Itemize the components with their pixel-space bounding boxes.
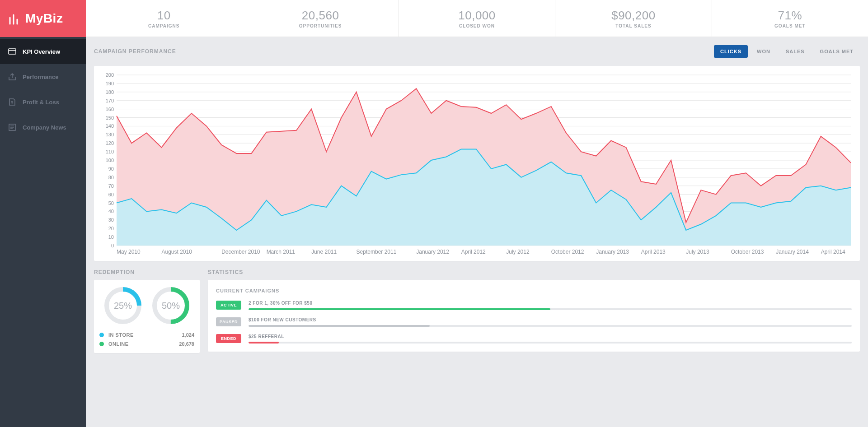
svg-text:60: 60	[108, 192, 114, 197]
sidebar-item-label: Profit & Loss	[23, 99, 59, 106]
brand: MyBiz	[0, 0, 86, 37]
svg-text:20: 20	[108, 226, 114, 231]
sidebar-item-performance[interactable]: Performance	[0, 64, 86, 89]
donut-value: 50%	[151, 286, 190, 325]
campaign-row: ACTIVE2 FOR 1, 30% OFF FOR $50	[216, 301, 852, 310]
progress-track	[249, 308, 852, 310]
tab-goals-met[interactable]: GOALS MET	[814, 45, 860, 58]
svg-text:April 2013: April 2013	[641, 249, 666, 255]
svg-text:140: 140	[106, 123, 114, 129]
svg-text:August 2010: August 2010	[161, 249, 192, 255]
statistics-subtitle: CURRENT CAMPAIGNS	[216, 288, 852, 293]
legend-label: IN STORE	[108, 332, 134, 338]
kpi-opportunities: 20,560OPPORTUNITIES	[242, 0, 398, 37]
svg-text:January 2014: January 2014	[776, 249, 809, 255]
kpi-total-sales: $90,200TOTAL SALES	[555, 0, 711, 37]
kpi-label: CLOSED WON	[459, 23, 495, 28]
sidebar: MyBiz KPI OverviewPerformance$Profit & L…	[0, 0, 86, 427]
statistics-title: STATISTICS	[208, 269, 860, 275]
svg-text:120: 120	[106, 140, 114, 146]
legend-value: 1,024	[182, 332, 194, 338]
svg-text:30: 30	[108, 217, 114, 223]
campaign-performance-card: 0102030405060708090100110120130140150160…	[94, 66, 860, 261]
svg-text:July 2012: July 2012	[506, 249, 530, 255]
svg-text:July 2013: July 2013	[686, 249, 709, 255]
sidebar-item-profit-loss[interactable]: $Profit & Loss	[0, 89, 86, 115]
status-badge: ACTIVE	[216, 301, 241, 310]
campaign-name: $25 REFFERAL	[249, 334, 852, 339]
kpi-closed-won: 10,000CLOSED WON	[399, 0, 555, 37]
kpi-value: 10,000	[458, 9, 496, 23]
svg-text:April 2012: April 2012	[461, 249, 486, 255]
campaign-name: 2 FOR 1, 30% OFF FOR $50	[249, 301, 852, 306]
tab-clicks[interactable]: CLICKS	[714, 45, 748, 58]
legend-dot-icon	[99, 342, 104, 346]
redemption-legend: IN STORE1,024ONLINE20,678	[99, 332, 194, 347]
nav-icon	[8, 123, 16, 131]
sidebar-item-label: Company News	[23, 124, 66, 131]
svg-text:January 2013: January 2013	[596, 249, 629, 255]
redemption-donut: 50%	[151, 286, 190, 325]
svg-text:110: 110	[106, 149, 114, 154]
svg-text:170: 170	[106, 98, 114, 103]
campaign-performance-title: CAMPAIGN PERFORMANCE	[94, 48, 176, 55]
nav-icon: $	[8, 98, 16, 106]
progress-fill	[249, 342, 279, 343]
redemption-title: REDEMPTION	[94, 269, 200, 275]
svg-text:May 2010: May 2010	[117, 249, 141, 255]
svg-text:10: 10	[108, 234, 114, 240]
svg-text:200: 200	[106, 72, 114, 78]
sidebar-item-kpi-overview[interactable]: KPI Overview	[0, 39, 86, 64]
redemption-card: 25%50% IN STORE1,024ONLINE20,678	[94, 280, 200, 353]
nav-icon	[8, 73, 16, 81]
legend-value: 20,678	[179, 341, 194, 347]
kpi-value: $90,200	[611, 9, 655, 23]
svg-text:$: $	[11, 100, 14, 104]
tab-won[interactable]: WON	[751, 45, 777, 58]
kpi-label: TOTAL SALES	[615, 23, 651, 28]
statistics-campaigns: ACTIVE2 FOR 1, 30% OFF FOR $50PAUSED$100…	[216, 301, 852, 343]
svg-text:April 2014: April 2014	[821, 249, 845, 255]
status-badge: PAUSED	[216, 317, 241, 326]
kpi-value: 20,560	[302, 9, 339, 23]
svg-text:0: 0	[111, 243, 114, 248]
svg-text:December 2010: December 2010	[221, 249, 260, 255]
nav-icon	[8, 47, 16, 56]
legend-row: IN STORE1,024	[99, 332, 194, 338]
svg-text:March 2011: March 2011	[267, 249, 296, 255]
legend-dot-icon	[99, 333, 104, 337]
legend-label: ONLINE	[108, 341, 129, 347]
kpi-label: GOALS MET	[774, 23, 805, 28]
svg-text:June 2011: June 2011	[311, 249, 337, 255]
svg-text:150: 150	[106, 115, 114, 121]
svg-text:January 2012: January 2012	[416, 249, 449, 255]
kpi-label: OPPORTUNITIES	[299, 23, 342, 28]
campaign-row: ENDED$25 REFFERAL	[216, 334, 852, 343]
progress-track	[249, 342, 852, 343]
sidebar-item-label: KPI Overview	[23, 48, 60, 55]
sidebar-item-company-news[interactable]: Company News	[0, 115, 86, 140]
main: 10CAMPAIGNS20,560OPPORTUNITIES10,000CLOS…	[86, 0, 868, 427]
progress-fill	[249, 308, 550, 310]
svg-text:100: 100	[106, 158, 114, 163]
progress-fill	[249, 325, 430, 327]
legend-row: ONLINE20,678	[99, 341, 194, 347]
svg-text:70: 70	[108, 183, 114, 189]
svg-text:50: 50	[108, 200, 114, 206]
statistics-card: CURRENT CAMPAIGNS ACTIVE2 FOR 1, 30% OFF…	[208, 280, 860, 352]
svg-text:90: 90	[108, 166, 114, 172]
kpi-goals-met: 71%GOALS MET	[712, 0, 868, 37]
bars-logo-icon	[8, 12, 20, 25]
kpi-campaigns: 10CAMPAIGNS	[86, 0, 242, 37]
svg-rect-3	[9, 49, 16, 54]
kpi-label: CAMPAIGNS	[148, 23, 179, 28]
svg-text:September 2011: September 2011	[357, 249, 397, 255]
svg-text:160: 160	[106, 107, 114, 112]
campaign-performance-tabs: CLICKSWONSALESGOALS MET	[714, 45, 860, 58]
kpi-value: 10	[157, 9, 171, 23]
redemption-donuts: 25%50%	[99, 286, 194, 325]
progress-track	[249, 325, 852, 327]
svg-text:180: 180	[106, 89, 114, 95]
svg-text:October 2013: October 2013	[731, 249, 764, 255]
tab-sales[interactable]: SALES	[779, 45, 811, 58]
